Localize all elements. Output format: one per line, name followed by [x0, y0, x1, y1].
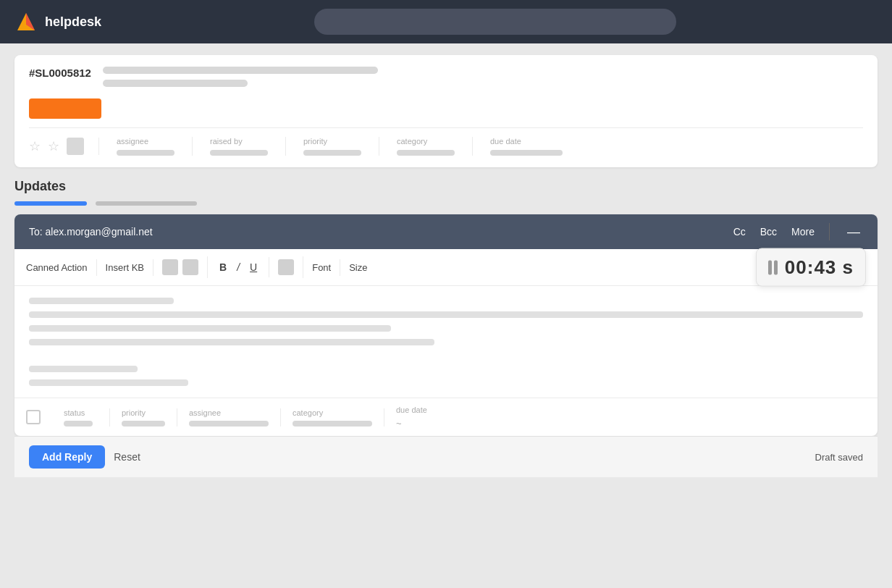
- italic-button[interactable]: /: [234, 260, 243, 274]
- editor-line-2: [29, 311, 863, 318]
- color-btn-2[interactable]: [182, 259, 198, 275]
- meta-raised-value: [210, 150, 268, 156]
- meta-checkbox[interactable]: [26, 410, 41, 424]
- canned-action-button[interactable]: Canned Action: [26, 259, 97, 276]
- tab-updates-inactive[interactable]: [96, 201, 197, 206]
- cc-button[interactable]: Cc: [733, 226, 746, 238]
- meta-category: category: [379, 137, 473, 156]
- title-line-1: [103, 67, 378, 74]
- star-filled-icon[interactable]: ☆: [48, 138, 59, 154]
- footer-actions: Add Reply Reset Draft saved: [14, 436, 878, 477]
- bottom-category-label: category: [293, 408, 372, 417]
- color-buttons: [153, 256, 208, 278]
- toolbar: Canned Action Insert KB B / U Font Size: [14, 249, 878, 286]
- meta-priority-value: [303, 150, 361, 156]
- minimize-button[interactable]: —: [844, 224, 863, 240]
- bottom-due-date: due date ~: [384, 406, 442, 429]
- font-button[interactable]: Font: [303, 259, 340, 276]
- meta-category-label: category: [397, 137, 455, 146]
- meta-due-date: due date: [473, 137, 580, 156]
- size-button[interactable]: Size: [340, 259, 376, 276]
- meta-priority-label: priority: [303, 137, 361, 146]
- ticket-title: [103, 67, 863, 87]
- bottom-status-value: [64, 421, 93, 427]
- search-bar[interactable]: [314, 9, 676, 35]
- add-reply-button[interactable]: Add Reply: [29, 445, 105, 469]
- footer-left: Add Reply Reset: [29, 445, 140, 469]
- title-line-2: [103, 80, 248, 87]
- bottom-assignee: assignee: [177, 408, 281, 427]
- bottom-priority: priority: [110, 408, 177, 427]
- star-empty-icon[interactable]: ☆: [29, 138, 41, 154]
- ticket-card: #SL0005812 ☆ ☆ assignee raised by: [14, 55, 878, 167]
- format-buttons: B / U: [208, 257, 269, 277]
- bottom-priority-value: [122, 421, 165, 427]
- meta-assignee-value: [117, 150, 174, 156]
- updates-section: Updates: [14, 179, 878, 206]
- bottom-due-date-tilde: ~: [396, 418, 431, 429]
- bottom-assignee-value: [189, 421, 269, 427]
- bcc-button[interactable]: Bcc: [760, 226, 777, 238]
- bottom-category-value: [293, 421, 372, 427]
- more-button[interactable]: More: [791, 226, 815, 238]
- draft-saved-status: Draft saved: [815, 452, 863, 463]
- helpdesk-logo-icon: [14, 10, 38, 33]
- color-btn-1[interactable]: [162, 259, 178, 275]
- action-square-btn[interactable]: [67, 138, 84, 155]
- navbar: helpdesk: [0, 0, 892, 43]
- timer-display: 00:43 s: [785, 256, 854, 279]
- email-header: To: alex.morgan@gmail.net Cc Bcc More —: [14, 214, 878, 249]
- meta-category-value: [397, 150, 455, 156]
- editor-line-1: [29, 298, 174, 304]
- ticket-action-icons: ☆ ☆: [29, 138, 99, 155]
- header-divider: [829, 223, 830, 240]
- reply-area: To: alex.morgan@gmail.net Cc Bcc More — …: [14, 214, 878, 436]
- editor-line-5: [29, 366, 138, 372]
- ticket-id: #SL0005812: [29, 67, 91, 79]
- meta-raised-label: raised by: [210, 137, 268, 146]
- bottom-status: status: [52, 408, 110, 427]
- meta-due-date-value: [490, 150, 563, 156]
- tab-updates-active[interactable]: [14, 201, 87, 206]
- meta-assignee-label: assignee: [117, 137, 174, 146]
- ticket-header: #SL0005812: [29, 67, 863, 87]
- editor-area[interactable]: [14, 286, 878, 398]
- logo: helpdesk: [14, 10, 101, 33]
- editor-line-6: [29, 379, 188, 386]
- bold-button[interactable]: B: [216, 260, 230, 274]
- ticket-status-tag: [29, 98, 101, 119]
- color-btn-3[interactable]: [278, 259, 294, 275]
- bottom-category: category: [281, 408, 384, 427]
- editor-line-4: [29, 339, 434, 345]
- pause-bar-2: [774, 260, 778, 274]
- editor-line-3: [29, 325, 391, 332]
- extra-color: [269, 256, 303, 278]
- main-content: #SL0005812 ☆ ☆ assignee raised by: [0, 43, 892, 489]
- timer-pause-icon[interactable]: [768, 260, 778, 274]
- meta-priority: priority: [286, 137, 379, 156]
- meta-assignee: assignee: [99, 137, 193, 156]
- search-input[interactable]: [314, 9, 676, 35]
- reset-button[interactable]: Reset: [114, 451, 140, 463]
- meta-due-date-label: due date: [490, 137, 563, 146]
- bottom-due-date-label: due date: [396, 406, 431, 414]
- email-to: To: alex.morgan@gmail.net: [29, 226, 153, 238]
- updates-title: Updates: [14, 179, 878, 194]
- updates-tabs: [14, 201, 878, 206]
- ticket-meta: ☆ ☆ assignee raised by priority category: [29, 127, 863, 156]
- bottom-priority-label: priority: [122, 408, 165, 417]
- meta-raised-by: raised by: [193, 137, 286, 156]
- app-title: helpdesk: [45, 14, 101, 30]
- email-header-actions: Cc Bcc More —: [733, 223, 863, 240]
- insert-kb-button[interactable]: Insert KB: [97, 259, 153, 276]
- ticket-tag-row: [29, 96, 863, 119]
- bottom-meta-bar: status priority assignee category due da…: [14, 398, 878, 436]
- timer-widget: 00:43 s: [756, 248, 866, 287]
- underline-button[interactable]: U: [247, 260, 260, 274]
- pause-bar-1: [768, 260, 772, 274]
- bottom-assignee-label: assignee: [189, 408, 269, 417]
- bottom-status-label: status: [64, 408, 98, 417]
